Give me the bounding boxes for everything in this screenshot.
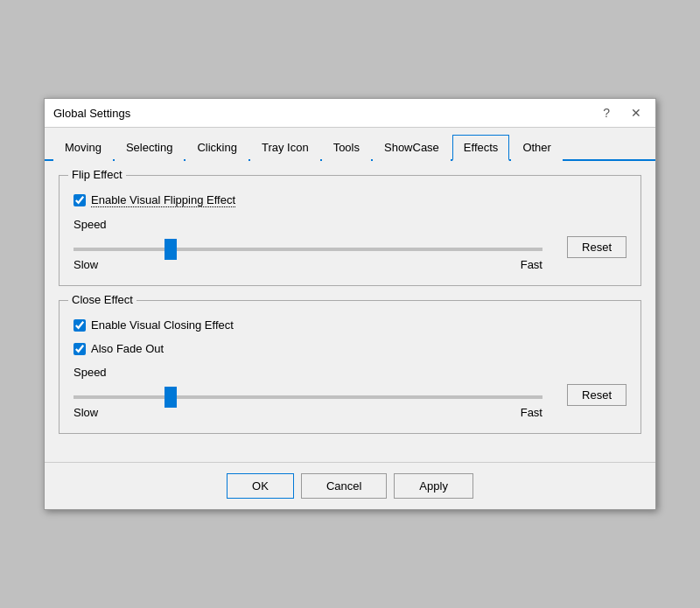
- flip-slider-wrap: [74, 241, 542, 254]
- close-slider-wrap: [74, 388, 542, 402]
- tab-moving[interactable]: Moving: [53, 135, 113, 161]
- close-effect-group: Close Effect Enable Visual Closing Effec…: [59, 300, 641, 434]
- close-fast-label: Fast: [521, 406, 542, 419]
- ok-button[interactable]: OK: [227, 473, 294, 499]
- cancel-button[interactable]: Cancel: [301, 473, 387, 499]
- tabs-bar: Moving Selecting Clicking Tray Icon Tool…: [45, 128, 655, 161]
- tab-selecting[interactable]: Selecting: [115, 135, 184, 161]
- close-enable-row: Enable Visual Closing Effect: [74, 318, 626, 332]
- close-button[interactable]: ✕: [626, 104, 647, 122]
- flip-enable-checkbox-label[interactable]: Enable Visual Flipping Effect: [91, 193, 235, 207]
- tab-other[interactable]: Other: [511, 135, 563, 161]
- flip-effect-group: Flip Effect Enable Visual Flipping Effec…: [59, 175, 641, 286]
- flip-effect-label: Flip Effect: [68, 168, 126, 181]
- fade-out-row: Also Fade Out: [74, 342, 626, 355]
- flip-speed-slider[interactable]: [74, 248, 542, 251]
- tab-tray-icon[interactable]: Tray Icon: [250, 135, 320, 161]
- flip-slow-label: Slow: [74, 258, 98, 271]
- tab-showcase[interactable]: ShowCase: [373, 135, 451, 161]
- close-enable-checkbox-label[interactable]: Enable Visual Closing Effect: [91, 318, 234, 332]
- close-slow-label: Slow: [74, 406, 98, 419]
- footer: OK Cancel Apply: [45, 462, 655, 509]
- close-effect-label: Close Effect: [68, 293, 136, 306]
- close-speed-section: Speed Reset Slow Fast: [74, 366, 626, 419]
- title-bar: Global Settings ? ✕: [45, 99, 655, 128]
- close-enable-checkbox[interactable]: [74, 319, 86, 332]
- flip-speed-section: Speed Reset Slow Fast: [74, 218, 626, 271]
- flip-speed-label: Speed: [74, 218, 626, 231]
- window-title: Global Settings: [53, 107, 130, 120]
- fade-out-checkbox[interactable]: [74, 343, 86, 355]
- close-speed-slider[interactable]: [74, 395, 542, 399]
- apply-button[interactable]: Apply: [394, 473, 473, 499]
- close-reset-button[interactable]: Reset: [567, 384, 626, 406]
- help-button[interactable]: ?: [598, 104, 615, 122]
- content-area: Flip Effect Enable Visual Flipping Effec…: [45, 161, 655, 462]
- close-speed-label: Speed: [74, 366, 626, 379]
- tab-clicking[interactable]: Clicking: [186, 135, 248, 161]
- fade-out-checkbox-label[interactable]: Also Fade Out: [91, 342, 164, 355]
- flip-enable-row: Enable Visual Flipping Effect: [74, 193, 626, 207]
- tab-tools[interactable]: Tools: [322, 135, 371, 161]
- tab-effects[interactable]: Effects: [452, 135, 510, 161]
- flip-fast-label: Fast: [521, 258, 542, 271]
- flip-reset-button[interactable]: Reset: [567, 236, 626, 258]
- global-settings-window: Global Settings ? ✕ Moving Selecting Cli…: [44, 98, 656, 510]
- flip-enable-checkbox[interactable]: [74, 194, 86, 206]
